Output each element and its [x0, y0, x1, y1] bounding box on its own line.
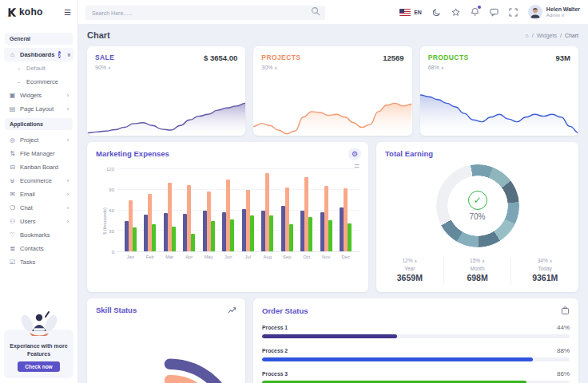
trend-up-icon: ∧	[482, 259, 485, 263]
trend-chart-icon[interactable]	[228, 306, 236, 314]
skill-status-title: Skill Status	[96, 306, 137, 314]
y-axis: 0306090120	[102, 169, 117, 252]
avatar	[528, 5, 542, 19]
process-percent: 88%	[557, 347, 570, 354]
sidebar-item-bookmarks[interactable]: ♡Bookmarks	[4, 228, 74, 242]
project-icon: ◎	[9, 136, 16, 144]
stat-value: 93M	[556, 53, 570, 62]
sidebar-item-users[interactable]: ⚇Users›	[4, 215, 74, 228]
topbar: EN	[77, 0, 588, 24]
y-tick: 120	[106, 167, 114, 172]
bar	[211, 221, 215, 251]
contacts-icon: ≣	[9, 245, 16, 252]
sidebar-item-label: Widgets	[20, 92, 42, 99]
bar-group	[336, 169, 356, 251]
sidebar-item-page-layout[interactable]: ▤Page Layout›	[4, 102, 74, 116]
sidebar-item-file-manager[interactable]: ⇅File Manager	[4, 147, 74, 160]
check-now-button[interactable]: Check now	[18, 361, 59, 372]
bar	[308, 217, 312, 251]
language-label: EN	[414, 10, 422, 15]
dark-mode-toggle[interactable]	[432, 8, 441, 17]
bar-group	[297, 169, 317, 251]
sidebar-item-label: Ecommerce	[20, 177, 52, 184]
sidebar-item-ecommerce-app[interactable]: ⊎Ecommerce›	[4, 174, 74, 188]
sale-sparkline-chart	[87, 89, 245, 136]
favorites-button[interactable]	[451, 8, 460, 17]
sidebar-nav: General⌂Dashboards2∨-Default-Ecommerce▣W…	[0, 24, 77, 269]
sidebar-item-label: Page Layout	[20, 105, 54, 113]
ecommerce-icon: ⊎	[9, 177, 16, 184]
bar	[328, 220, 332, 251]
moon-icon	[432, 8, 441, 17]
sidebar-item-tasks[interactable]: ☑Tasks	[4, 255, 74, 269]
x-axis: JanFebMarAprMayJunJulAugSepOctNovDec	[117, 255, 360, 259]
sidebar-item-label: Tasks	[20, 259, 35, 266]
x-tick: Aug	[258, 255, 278, 259]
order-status-card: Order Status Process 144%Process 288%Pro…	[253, 298, 578, 383]
search-input[interactable]	[85, 6, 325, 20]
sidebar-item-label: Users	[20, 218, 36, 225]
shopping-bag-icon[interactable]	[561, 306, 570, 315]
widgets-icon: ▣	[9, 92, 16, 99]
order-status-title: Order Status	[262, 306, 308, 315]
sidebar-item-default[interactable]: -Default	[4, 61, 74, 75]
skill-status-card: Skill Status	[87, 298, 245, 383]
sidebar-item-email[interactable]: ✉Email›	[4, 188, 74, 201]
fullscreen-button[interactable]	[509, 8, 518, 17]
user-name: Helen Walter	[546, 6, 580, 13]
bar	[269, 215, 273, 251]
progress-track	[262, 334, 570, 338]
sidebar-item-project[interactable]: ◎Project›	[4, 133, 74, 147]
messages-button[interactable]	[490, 8, 499, 17]
y-tick: 30	[109, 229, 114, 234]
y-tick: 90	[109, 188, 114, 192]
count-badge: 2	[58, 51, 61, 58]
notifications-button[interactable]	[471, 7, 479, 17]
projects-sparkline-chart	[253, 89, 411, 136]
section-label-applications: Applications	[5, 118, 73, 130]
chevron-right-icon: ›	[67, 106, 69, 112]
earning-donut-chart: ✓ 70%	[436, 164, 519, 247]
logo-icon	[6, 7, 17, 18]
chevron-right-icon: ›	[67, 192, 69, 197]
sidebar-item-ecommerce[interactable]: -Ecommerce	[4, 75, 74, 89]
chevron-right-icon: ›	[67, 205, 69, 211]
home-icon[interactable]: ⌂	[525, 33, 528, 38]
sidebar-item-chat[interactable]: ❍Chat›	[4, 201, 74, 215]
search-icon[interactable]	[311, 6, 320, 16]
projects-stat-card: PROJECTS 12569 30%∧	[253, 46, 411, 136]
notification-badge	[477, 5, 482, 10]
tasks-icon: ☑	[9, 259, 16, 266]
x-tick: Nov	[316, 255, 336, 259]
language-selector[interactable]: EN	[399, 9, 422, 16]
x-tick: Sep	[277, 255, 297, 259]
app-logo[interactable]: koho	[6, 6, 42, 18]
bookmarks-icon: ♡	[9, 231, 16, 239]
sidebar-item-contacts[interactable]: ≣Contacts	[4, 242, 74, 255]
earning-stat-today: 34% ∧ Today 9361M	[511, 257, 578, 285]
process-label: Process 3	[262, 371, 288, 377]
user-menu[interactable]: Helen Walter Admin ∨	[528, 5, 580, 19]
x-tick: Mar	[160, 255, 180, 259]
stat-title: SALE	[95, 53, 114, 62]
sidebar-item-label: Kanban Board	[20, 164, 58, 171]
menu-toggle-icon[interactable]: ☰	[64, 8, 71, 17]
earning-stat-month: 15% ∧ Month 698M	[443, 257, 511, 285]
earning-stat-year: 12% ∧ Year 3659M	[376, 257, 443, 285]
sidebar-item-dashboards[interactable]: ⌂Dashboards2∨	[4, 48, 74, 61]
bar	[250, 215, 254, 251]
trend-up-icon: ∧	[441, 65, 444, 70]
sidebar-item-kanban-board[interactable]: ⊟Kanban Board	[4, 160, 74, 174]
bar	[133, 227, 137, 251]
process-row: Process 386%	[262, 370, 570, 383]
stat-title: PRODUCTS	[428, 53, 469, 62]
bar	[230, 219, 234, 251]
bar-group	[160, 169, 180, 251]
sidebar-item-widgets[interactable]: ▣Widgets›	[4, 89, 74, 102]
gear-icon[interactable]: ⚙	[348, 148, 361, 160]
promo-text: Experiance with more Features	[8, 342, 70, 357]
skill-radial-chart	[87, 319, 245, 383]
users-icon: ⚇	[9, 218, 16, 225]
star-icon	[451, 8, 460, 17]
breadcrumb-widgets[interactable]: Widgets	[537, 33, 557, 38]
